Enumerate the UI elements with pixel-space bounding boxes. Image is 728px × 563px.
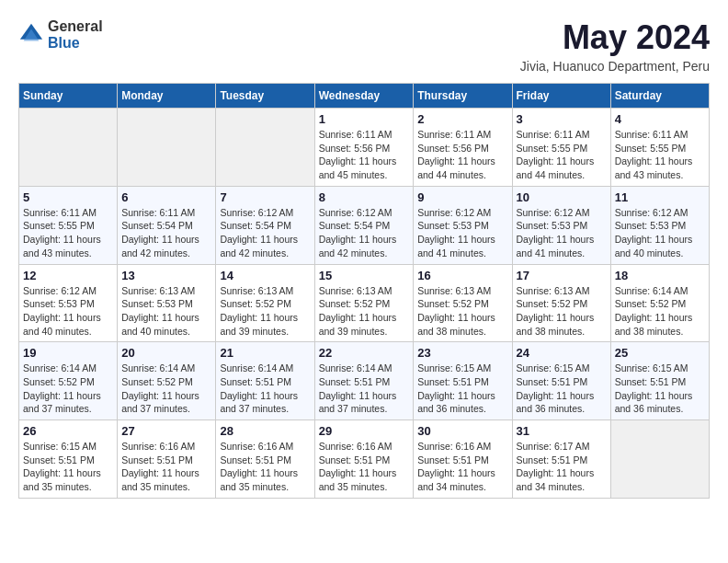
header-monday: Monday <box>118 84 216 109</box>
calendar-cell-2-3: 15Sunrise: 6:13 AMSunset: 5:52 PMDayligh… <box>314 264 414 342</box>
calendar-cell-2-4: 16Sunrise: 6:13 AMSunset: 5:52 PMDayligh… <box>414 264 512 342</box>
calendar-cell-1-4: 9Sunrise: 6:12 AMSunset: 5:53 PMDaylight… <box>414 186 512 264</box>
day-number: 29 <box>319 424 410 438</box>
calendar-header: Sunday Monday Tuesday Wednesday Thursday… <box>19 84 710 109</box>
header-friday: Friday <box>512 84 610 109</box>
calendar-cell-3-1: 20Sunrise: 6:14 AMSunset: 5:52 PMDayligh… <box>118 342 216 420</box>
location: Jivia, Huanuco Department, Peru <box>520 59 710 74</box>
logo: General Blue <box>18 18 103 51</box>
day-info: Sunrise: 6:14 AMSunset: 5:52 PMDaylight:… <box>23 362 113 416</box>
calendar-cell-3-6: 25Sunrise: 6:15 AMSunset: 5:51 PMDayligh… <box>610 342 709 420</box>
calendar-cell-0-1 <box>118 109 216 187</box>
title-section: May 2024 Jivia, Huanuco Department, Peru <box>520 18 710 74</box>
day-number: 26 <box>23 424 113 438</box>
header-sunday: Sunday <box>19 84 118 109</box>
day-info: Sunrise: 6:14 AMSunset: 5:51 PMDaylight:… <box>220 362 310 416</box>
day-number: 7 <box>220 190 310 204</box>
day-info: Sunrise: 6:17 AMSunset: 5:51 PMDaylight:… <box>517 440 607 494</box>
calendar-cell-1-1: 6Sunrise: 6:11 AMSunset: 5:54 PMDaylight… <box>118 186 216 264</box>
logo-general: General <box>48 18 103 35</box>
day-info: Sunrise: 6:16 AMSunset: 5:51 PMDaylight:… <box>417 440 507 494</box>
day-info: Sunrise: 6:15 AMSunset: 5:51 PMDaylight:… <box>517 362 607 416</box>
day-info: Sunrise: 6:11 AMSunset: 5:55 PMDaylight:… <box>23 206 113 260</box>
calendar-cell-1-5: 10Sunrise: 6:12 AMSunset: 5:53 PMDayligh… <box>512 186 610 264</box>
day-number: 15 <box>319 269 410 282</box>
day-number: 22 <box>319 346 410 360</box>
day-number: 23 <box>417 346 507 360</box>
day-info: Sunrise: 6:13 AMSunset: 5:52 PMDaylight:… <box>220 284 310 339</box>
day-number: 16 <box>417 269 507 282</box>
header-wednesday: Wednesday <box>314 84 414 109</box>
calendar-cell-4-1: 27Sunrise: 6:16 AMSunset: 5:51 PMDayligh… <box>118 420 216 499</box>
day-number: 19 <box>23 346 113 360</box>
calendar-body: 1Sunrise: 6:11 AMSunset: 5:56 PMDaylight… <box>19 109 710 499</box>
header-tuesday: Tuesday <box>216 84 314 109</box>
day-number: 20 <box>121 346 211 360</box>
calendar-cell-0-0 <box>19 109 118 187</box>
calendar-cell-2-2: 14Sunrise: 6:13 AMSunset: 5:52 PMDayligh… <box>216 264 314 342</box>
day-info: Sunrise: 6:12 AMSunset: 5:53 PMDaylight:… <box>23 284 113 339</box>
calendar-cell-2-1: 13Sunrise: 6:13 AMSunset: 5:53 PMDayligh… <box>118 264 216 342</box>
calendar-cell-2-0: 12Sunrise: 6:12 AMSunset: 5:53 PMDayligh… <box>19 264 118 342</box>
calendar-cell-1-2: 7Sunrise: 6:12 AMSunset: 5:54 PMDaylight… <box>216 186 314 264</box>
day-info: Sunrise: 6:11 AMSunset: 5:54 PMDaylight:… <box>121 206 211 260</box>
day-number: 25 <box>615 346 705 360</box>
day-number: 3 <box>517 112 607 126</box>
day-number: 2 <box>417 112 507 126</box>
day-number: 11 <box>615 190 705 204</box>
logo-blue: Blue <box>48 35 103 52</box>
week-row-2: 5Sunrise: 6:11 AMSunset: 5:55 PMDaylight… <box>19 186 710 264</box>
calendar-cell-3-2: 21Sunrise: 6:14 AMSunset: 5:51 PMDayligh… <box>216 342 314 420</box>
week-row-3: 12Sunrise: 6:12 AMSunset: 5:53 PMDayligh… <box>19 264 710 342</box>
header-thursday: Thursday <box>414 84 512 109</box>
calendar-cell-4-6 <box>610 420 709 499</box>
day-number: 4 <box>615 112 705 126</box>
calendar-cell-3-4: 23Sunrise: 6:15 AMSunset: 5:51 PMDayligh… <box>414 342 512 420</box>
day-info: Sunrise: 6:12 AMSunset: 5:53 PMDaylight:… <box>417 206 507 260</box>
month-title: May 2024 <box>520 18 710 57</box>
day-number: 27 <box>121 424 211 438</box>
calendar-cell-4-5: 31Sunrise: 6:17 AMSunset: 5:51 PMDayligh… <box>512 420 610 499</box>
calendar-cell-4-3: 29Sunrise: 6:16 AMSunset: 5:51 PMDayligh… <box>314 420 414 499</box>
calendar-cell-4-4: 30Sunrise: 6:16 AMSunset: 5:51 PMDayligh… <box>414 420 512 499</box>
week-row-5: 26Sunrise: 6:15 AMSunset: 5:51 PMDayligh… <box>19 420 710 499</box>
day-number: 17 <box>517 269 607 282</box>
day-info: Sunrise: 6:13 AMSunset: 5:53 PMDaylight:… <box>121 284 211 339</box>
header-row: Sunday Monday Tuesday Wednesday Thursday… <box>19 84 710 109</box>
calendar-cell-0-2 <box>216 109 314 187</box>
day-info: Sunrise: 6:12 AMSunset: 5:54 PMDaylight:… <box>220 206 310 260</box>
day-info: Sunrise: 6:16 AMSunset: 5:51 PMDaylight:… <box>319 440 410 494</box>
page-header: General Blue May 2024 Jivia, Huanuco Dep… <box>18 18 710 74</box>
day-info: Sunrise: 6:16 AMSunset: 5:51 PMDaylight:… <box>121 440 211 494</box>
day-number: 13 <box>121 269 211 282</box>
calendar-cell-3-0: 19Sunrise: 6:14 AMSunset: 5:52 PMDayligh… <box>19 342 118 420</box>
day-info: Sunrise: 6:12 AMSunset: 5:53 PMDaylight:… <box>517 206 607 260</box>
day-number: 31 <box>517 424 607 438</box>
day-info: Sunrise: 6:12 AMSunset: 5:54 PMDaylight:… <box>319 206 410 260</box>
day-info: Sunrise: 6:14 AMSunset: 5:51 PMDaylight:… <box>319 362 410 416</box>
day-info: Sunrise: 6:13 AMSunset: 5:52 PMDaylight:… <box>517 284 607 339</box>
week-row-1: 1Sunrise: 6:11 AMSunset: 5:56 PMDaylight… <box>19 109 710 187</box>
calendar-cell-1-6: 11Sunrise: 6:12 AMSunset: 5:53 PMDayligh… <box>610 186 709 264</box>
day-info: Sunrise: 6:13 AMSunset: 5:52 PMDaylight:… <box>417 284 507 339</box>
calendar-cell-4-2: 28Sunrise: 6:16 AMSunset: 5:51 PMDayligh… <box>216 420 314 499</box>
day-info: Sunrise: 6:15 AMSunset: 5:51 PMDaylight:… <box>23 440 113 494</box>
day-info: Sunrise: 6:16 AMSunset: 5:51 PMDaylight:… <box>220 440 310 494</box>
day-info: Sunrise: 6:14 AMSunset: 5:52 PMDaylight:… <box>615 284 705 339</box>
calendar-cell-3-3: 22Sunrise: 6:14 AMSunset: 5:51 PMDayligh… <box>314 342 414 420</box>
day-number: 28 <box>220 424 310 438</box>
calendar-cell-0-5: 3Sunrise: 6:11 AMSunset: 5:55 PMDaylight… <box>512 109 610 187</box>
day-number: 8 <box>319 190 410 204</box>
day-info: Sunrise: 6:11 AMSunset: 5:55 PMDaylight:… <box>615 128 705 182</box>
day-number: 24 <box>517 346 607 360</box>
week-row-4: 19Sunrise: 6:14 AMSunset: 5:52 PMDayligh… <box>19 342 710 420</box>
day-number: 5 <box>23 190 113 204</box>
day-number: 14 <box>220 269 310 282</box>
calendar-cell-1-3: 8Sunrise: 6:12 AMSunset: 5:54 PMDaylight… <box>314 186 414 264</box>
day-info: Sunrise: 6:11 AMSunset: 5:56 PMDaylight:… <box>319 128 410 182</box>
day-info: Sunrise: 6:11 AMSunset: 5:56 PMDaylight:… <box>417 128 507 182</box>
calendar-cell-0-6: 4Sunrise: 6:11 AMSunset: 5:55 PMDaylight… <box>610 109 709 187</box>
day-info: Sunrise: 6:15 AMSunset: 5:51 PMDaylight:… <box>417 362 507 416</box>
day-info: Sunrise: 6:15 AMSunset: 5:51 PMDaylight:… <box>615 362 705 416</box>
day-number: 18 <box>615 269 705 282</box>
